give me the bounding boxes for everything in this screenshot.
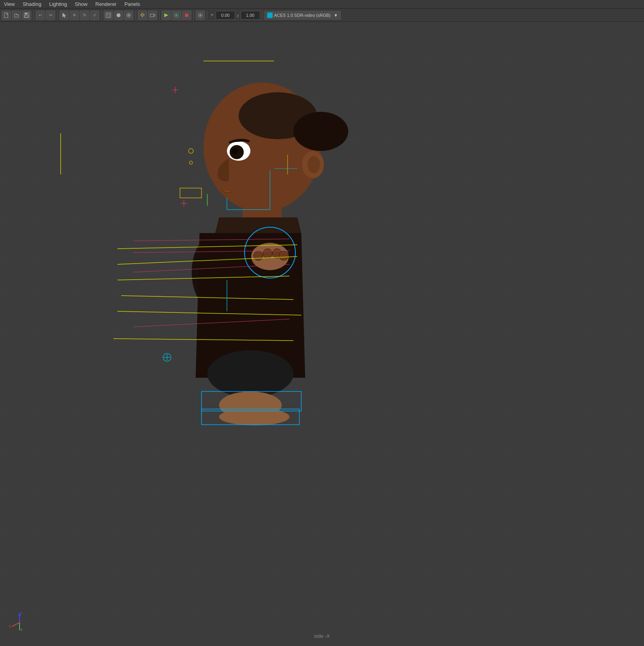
gamma-icon: γ: [237, 13, 239, 18]
sep6: [193, 11, 194, 20]
redo-btn[interactable]: ↪: [46, 11, 55, 20]
svg-rect-4: [106, 13, 111, 18]
ipr-btn[interactable]: [172, 11, 181, 20]
menu-bar: View Shading Lighting Show Renderer Pane…: [0, 0, 644, 9]
svg-rect-0: [4, 13, 8, 18]
svg-point-22: [200, 14, 201, 16]
svg-point-32: [232, 148, 238, 154]
svg-text:X: X: [9, 624, 11, 628]
camera-btn[interactable]: [148, 11, 157, 20]
svg-point-34: [308, 156, 320, 173]
render-btn[interactable]: [162, 11, 171, 20]
svg-point-9: [117, 13, 121, 17]
svg-marker-18: [164, 13, 168, 17]
viewport[interactable]: side -X Z Y X: [0, 22, 644, 646]
rotate-tool[interactable]: ↻: [80, 11, 89, 20]
sep1: [33, 11, 34, 20]
menu-lighting[interactable]: Lighting: [45, 0, 71, 8]
svg-rect-3: [25, 15, 28, 17]
new-scene-btn[interactable]: [2, 11, 11, 20]
menu-panels[interactable]: Panels: [121, 0, 144, 8]
light-btn[interactable]: [138, 11, 147, 20]
svg-line-82: [12, 623, 20, 626]
svg-rect-21: [185, 14, 188, 17]
svg-point-44: [263, 249, 272, 258]
menu-renderer[interactable]: Renderer: [92, 0, 121, 8]
menu-shading[interactable]: Shading: [19, 0, 45, 8]
sep7: [207, 11, 207, 20]
menu-show[interactable]: Show: [71, 0, 92, 8]
color-space-btn[interactable]: ACES 1.0 SDR-video (sRGB) ▼: [264, 11, 341, 20]
move-tool[interactable]: ✛: [70, 11, 79, 20]
svg-point-46: [279, 251, 288, 260]
svg-point-43: [254, 251, 263, 260]
color-space-icon: [267, 13, 273, 18]
open-btn[interactable]: [12, 11, 21, 20]
select-tool[interactable]: [59, 11, 69, 20]
sep2: [57, 11, 58, 20]
snap-btn[interactable]: [196, 11, 205, 20]
svg-rect-2: [25, 13, 27, 14]
svg-rect-17: [150, 14, 154, 17]
scale-tool[interactable]: ⤢: [90, 11, 99, 20]
svg-point-37: [207, 350, 293, 397]
shaded-btn[interactable]: [114, 11, 123, 20]
sep4: [135, 11, 136, 20]
dropdown-arrow-icon: ▼: [334, 13, 338, 18]
stop-btn[interactable]: [182, 11, 191, 20]
svg-text:Y: Y: [20, 628, 23, 632]
axis-indicator: Z Y X: [8, 611, 31, 634]
svg-marker-20: [176, 14, 178, 16]
sep3: [101, 11, 102, 20]
sep8: [262, 11, 263, 20]
svg-point-12: [141, 14, 144, 16]
toolbar: ↩ ↪ ✛ ↻ ⤢ ☀ γ ACES 1.: [0, 9, 644, 22]
save-btn[interactable]: [22, 11, 31, 20]
exposure-icon: ☀: [210, 13, 214, 18]
texture-btn[interactable]: [124, 11, 133, 20]
exposure-input[interactable]: [216, 11, 235, 20]
color-space-label: ACES 1.0 SDR-video (sRGB): [274, 13, 331, 18]
svg-point-11: [128, 14, 130, 16]
viewport-label: side -X: [314, 633, 330, 639]
svg-point-39: [219, 408, 290, 425]
wireframe-btn[interactable]: [104, 11, 113, 20]
sep5: [159, 11, 160, 20]
svg-text:Z: Z: [20, 611, 23, 615]
undo-btn[interactable]: ↩: [36, 11, 45, 20]
svg-point-29: [293, 112, 348, 151]
menu-view[interactable]: View: [0, 0, 19, 8]
gamma-input[interactable]: [241, 11, 260, 20]
character: [133, 45, 352, 429]
